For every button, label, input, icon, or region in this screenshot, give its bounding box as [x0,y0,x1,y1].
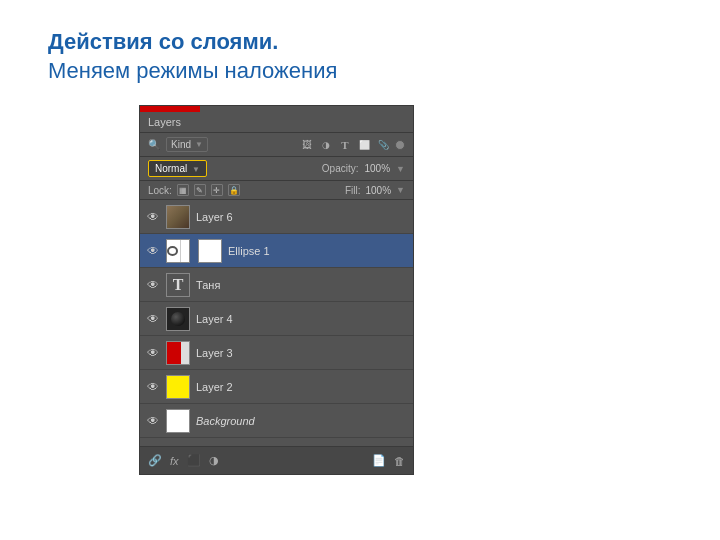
panel-title: Layers [148,116,181,128]
layer-thumbnail [166,375,190,399]
kind-row: 🔍 Kind ▼ 🖼 ◑ T ⬜ 📎 [140,133,413,157]
layer-row[interactable]: 👁 Layer 4 [140,302,413,336]
layer-name: Background [196,415,407,427]
layer-name: Layer 4 [196,313,407,325]
header-text: Действия со слоями. Меняем режимы наложе… [48,28,337,85]
opacity-value: 100% [365,163,391,174]
fill-value: 100% [366,185,392,196]
layer-thumbnail [166,307,190,331]
lock-move-icon[interactable]: ✛ [211,184,223,196]
layer-row[interactable]: 👁 T Таня [140,268,413,302]
search-icon: 🔍 [148,139,160,150]
layer-thumbnail: T [166,273,190,297]
layers-panel: Layers 🔍 Kind ▼ 🖼 ◑ T ⬜ 📎 Normal ▼ [139,105,414,475]
layer-thumbnail [166,239,190,263]
link-layers-icon[interactable]: 🔗 [148,454,162,467]
layer-name: Таня [196,279,407,291]
fill-label: Fill: [345,185,361,196]
layers-list: 👁 Layer 6 👁 [140,200,413,446]
lock-position-icon[interactable]: ✎ [194,184,206,196]
image-filter-icon: 🖼 [300,139,314,150]
lock-row: Lock: ▦ ✎ ✛ 🔒 Fill: 100% ▼ [140,181,413,200]
opacity-chevron: ▼ [396,164,405,174]
layer-thumbnail [166,341,190,365]
delete-layer-icon[interactable]: 🗑 [394,455,405,467]
type-filter-icon: T [338,139,352,151]
add-mask-icon[interactable]: ⬛ [187,454,201,467]
layer-effects-icon[interactable]: fx [170,455,179,467]
layer-name: Layer 6 [196,211,407,223]
visibility-icon[interactable]: 👁 [146,380,160,394]
visibility-icon[interactable]: 👁 [146,210,160,224]
layer-name: Layer 2 [196,381,407,393]
new-fill-layer-icon[interactable]: ◑ [209,454,219,467]
layer-name: Layer 3 [196,347,407,359]
title-line2: Меняем режимы наложения [48,57,337,86]
lock-all-icon[interactable]: 🔒 [228,184,240,196]
blend-chevron: ▼ [192,165,200,174]
layer-thumbnail [166,409,190,433]
layer-name: Ellipse 1 [228,245,407,257]
layer-thumbnail [166,205,190,229]
visibility-icon[interactable]: 👁 [146,278,160,292]
kind-chevron: ▼ [195,140,203,149]
blend-row: Normal ▼ Opacity: 100% ▼ [140,157,413,181]
lock-label: Lock: [148,185,172,196]
blend-mode-value: Normal [155,163,187,174]
fill-chevron: ▼ [396,185,405,195]
panel-header: Layers [140,112,413,133]
shape-filter-icon: ⬜ [357,140,371,150]
new-layer-icon[interactable]: 📄 [372,454,386,467]
layer-row[interactable]: 👁 Background [140,404,413,438]
title-line1: Действия со слоями. [48,28,337,57]
layer-row[interactable]: 👁 Layer 2 [140,370,413,404]
visibility-icon[interactable]: 👁 [146,244,160,258]
lock-pixels-icon[interactable]: ▦ [177,184,189,196]
adjust-filter-icon: ◑ [319,140,333,150]
layer-row[interactable]: 👁 Ellipse 1 [140,234,413,268]
kind-label: Kind [171,139,191,150]
filter-circle [395,140,405,150]
page-container: Действия со слоями. Меняем режимы наложе… [0,0,720,540]
layer-mask-thumbnail [198,239,222,263]
text-layer-icon: T [173,276,184,294]
layer-row[interactable]: 👁 Layer 6 [140,200,413,234]
opacity-label: Opacity: [322,163,359,174]
kind-icons: 🖼 ◑ T ⬜ 📎 [214,139,405,151]
visibility-icon[interactable]: 👁 [146,312,160,326]
visibility-icon[interactable]: 👁 [146,414,160,428]
bottom-bar: 🔗 fx ⬛ ◑ 📄 🗑 [140,446,413,474]
kind-dropdown[interactable]: Kind ▼ [166,137,208,152]
smart-filter-icon: 📎 [376,140,390,150]
visibility-icon[interactable]: 👁 [146,346,160,360]
layer-row[interactable]: 👁 Layer 3 [140,336,413,370]
blend-mode-dropdown[interactable]: Normal ▼ [148,160,207,177]
